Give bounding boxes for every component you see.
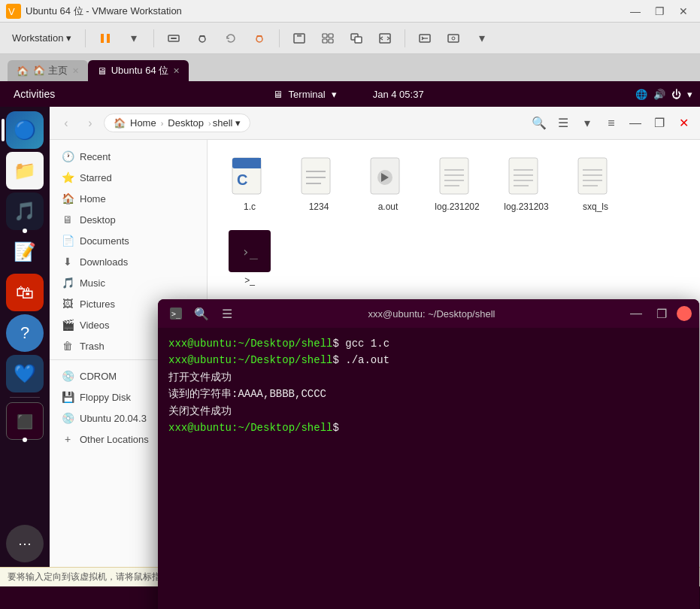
minimize-button[interactable]: —	[625, 4, 646, 19]
terminal-line-4: 读到的字符串:AAAA,BBBB,CCCC	[168, 386, 689, 402]
terminal-menu-label[interactable]: Terminal	[289, 89, 326, 100]
sidebar-label-recent: Recent	[80, 151, 111, 162]
breadcrumb-dropdown-icon[interactable]: ▾	[235, 117, 241, 129]
terminal-search-button[interactable]: 🔍	[191, 303, 212, 324]
window-mode-button[interactable]	[344, 28, 368, 49]
workstation-menu[interactable]: Workstation ▾	[6, 29, 77, 47]
tab-ubuntu[interactable]: 🖥 Ubuntu 64 位 ✕	[88, 60, 189, 81]
topbar-center: 🖥 Terminal ▾ Jan 4 05:37	[61, 89, 635, 100]
file-item-terminal[interactable]: ›_ >_	[220, 226, 280, 290]
file-item-log231203[interactable]: log.231203	[496, 152, 556, 217]
close-button[interactable]: ✕	[673, 4, 694, 19]
sidebar-item-starred[interactable]: ⭐ Starred	[50, 167, 207, 188]
sidebar-item-music[interactable]: 🎵 Music	[50, 272, 207, 293]
svg-rect-5	[171, 38, 177, 39]
unity-mode-button[interactable]	[316, 28, 340, 49]
volume-icon[interactable]: 🔊	[653, 89, 665, 100]
dock-item-vscode[interactable]: 💙	[6, 355, 44, 392]
sidebar-item-home[interactable]: 🏠 Home	[50, 188, 207, 209]
pause-dropdown[interactable]: ▾	[122, 28, 146, 49]
terminal-close-button[interactable]: ✕	[677, 306, 692, 321]
toolbar-divider-3	[279, 29, 280, 47]
sidebar-item-documents[interactable]: 📄 Documents	[50, 230, 207, 251]
console-view-button[interactable]	[413, 28, 437, 49]
network-icon[interactable]: 🌐	[635, 89, 647, 100]
sidebar-item-desktop[interactable]: 🖥 Desktop	[50, 209, 207, 230]
dock-all-apps[interactable]: ⋯	[6, 525, 44, 562]
pause-button[interactable]	[93, 28, 117, 49]
breadcrumb-shell: shell ▾	[213, 117, 241, 129]
breadcrumb-desktop[interactable]: Desktop	[165, 117, 207, 129]
nav-forward-button[interactable]: ›	[80, 113, 101, 134]
terminal-menu-dropdown[interactable]: ▾	[332, 89, 337, 100]
sidebar-item-downloads[interactable]: ⬇ Downloads	[50, 251, 207, 272]
sidebar-item-recent[interactable]: 🕐 Recent	[50, 146, 207, 167]
dock: 🔵 📁 🎵 📝 🛍 ? 💙 ⬛ ⋯	[0, 107, 50, 567]
file-name-sxqls: sxq_ls	[583, 201, 608, 212]
view-settings-button[interactable]	[441, 28, 465, 49]
view-full-screen-button[interactable]	[287, 28, 311, 49]
terminal-titlebar-icon[interactable]: >_	[165, 303, 186, 324]
terminal-line-1: xxx@ubuntu:~/Desktop/shell$ gcc 1.c	[168, 335, 689, 352]
rhythmbox-icon: 🎵	[14, 201, 36, 222]
snapshot-manager-button[interactable]	[247, 28, 271, 49]
ubuntu-tab-close[interactable]: ✕	[173, 66, 180, 76]
terminal-icon: ⬛	[17, 414, 33, 429]
terminal-menu-btn[interactable]: ☰	[217, 303, 238, 324]
file-icon-1234	[298, 156, 340, 198]
view-options-button[interactable]: ▾	[577, 113, 598, 134]
dock-item-appstore[interactable]: 🛍	[6, 274, 44, 311]
ubuntu-topbar: Activities 🖥 Terminal ▾ Jan 4 05:37 🌐 🔊 …	[0, 81, 700, 107]
terminal-content[interactable]: xxx@ubuntu:~/Desktop/shell$ gcc 1.c xxx@…	[158, 328, 699, 609]
autofit-button[interactable]	[373, 28, 397, 49]
terminal-maximize-button[interactable]: ❐	[651, 303, 672, 324]
svg-rect-18	[448, 35, 459, 42]
minimize-fm-button[interactable]: —	[625, 113, 646, 134]
close-fm-button[interactable]: ✕	[673, 113, 694, 134]
svg-rect-16	[380, 34, 390, 43]
dock-item-rhythmbox[interactable]: 🎵	[6, 192, 44, 230]
svg-rect-13	[329, 39, 333, 43]
terminal-minimize-button[interactable]: —	[626, 303, 647, 324]
file-item-1234[interactable]: 1234	[289, 152, 349, 217]
dock-item-terminal[interactable]: ⬛	[6, 402, 44, 440]
list-view-button[interactable]: ☰	[553, 113, 574, 134]
dock-separator	[10, 397, 40, 398]
file-item-1c[interactable]: C 1.c	[220, 152, 280, 217]
terminal-menu-icon: 🖥	[273, 89, 283, 100]
downloads-icon: ⬇	[62, 256, 74, 268]
tab-home[interactable]: 🏠 🏠 主页 ✕	[8, 60, 88, 81]
desktop-icon: 🖥	[62, 214, 74, 226]
file-item-log231202[interactable]: log.231202	[427, 152, 487, 217]
dock-item-files[interactable]: 📁	[6, 152, 44, 189]
file-name-terminal: >_	[244, 275, 255, 286]
send-ctrl-alt-del-button[interactable]	[162, 28, 186, 49]
system-menu-arrow[interactable]: ▾	[687, 89, 692, 100]
maximize-button[interactable]: ❐	[649, 4, 670, 19]
snapshot-button[interactable]	[190, 28, 214, 49]
view-dropdown[interactable]: ▾	[470, 28, 494, 49]
home-tab-close[interactable]: ✕	[72, 66, 79, 76]
sidebar-label-desktop: Desktop	[80, 214, 116, 226]
file-item-aout[interactable]: a.out	[358, 152, 418, 217]
sidebar-label-home: Home	[80, 193, 106, 205]
breadcrumb-home[interactable]: Home	[127, 117, 159, 129]
terminal-line-5: 关闭文件成功	[168, 403, 689, 420]
dock-item-thunderbird[interactable]: 🔵	[6, 111, 44, 149]
sidebar-label-floppy: Floppy Disk	[80, 392, 131, 403]
svg-rect-21	[250, 158, 261, 168]
svg-rect-10	[323, 34, 327, 38]
search-button[interactable]: 🔍	[529, 113, 550, 134]
svg-rect-9	[297, 34, 302, 37]
dock-item-help[interactable]: ?	[6, 314, 44, 352]
power-icon[interactable]: ⏻	[671, 89, 681, 100]
dock-item-writer[interactable]: 📝	[6, 233, 44, 271]
revert-button[interactable]	[219, 28, 243, 49]
maximize-fm-button[interactable]: ❐	[649, 113, 670, 134]
activities-button[interactable]: Activities	[8, 85, 61, 103]
other-icon: +	[62, 433, 74, 445]
more-options-button[interactable]: ≡	[601, 113, 622, 134]
file-item-sxqls[interactable]: sxq_ls	[565, 152, 626, 217]
nav-back-button[interactable]: ‹	[56, 113, 77, 134]
floppy-icon: 💾	[62, 391, 74, 403]
